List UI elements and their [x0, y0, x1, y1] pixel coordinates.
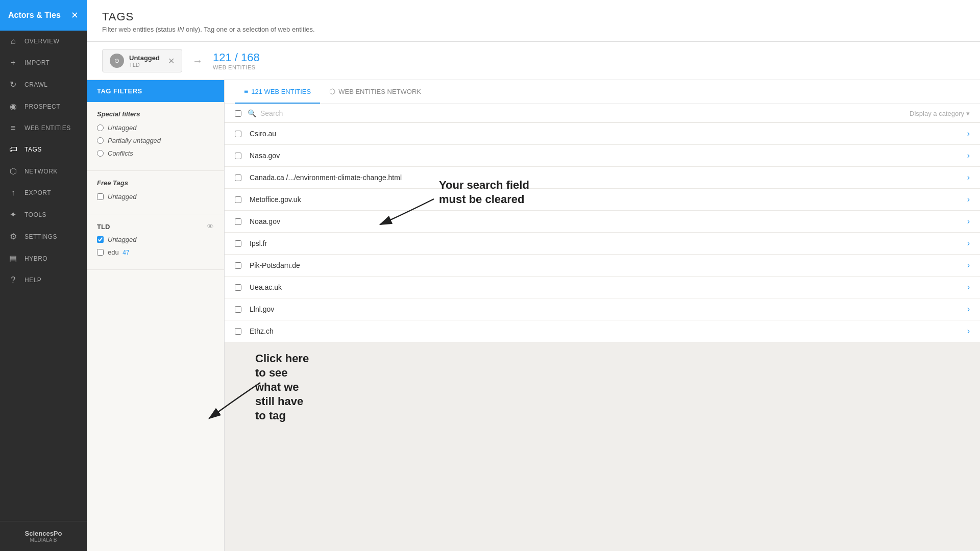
page-header: TAGS Filter web entities (status IN only…: [87, 0, 980, 42]
filter-tag-close-button[interactable]: ✕: [168, 56, 175, 66]
list-icon: ≡: [8, 123, 18, 133]
radio-partially-untagged[interactable]: Partially untagged: [97, 137, 214, 144]
radio-untagged-input[interactable]: [97, 124, 104, 131]
entity-row[interactable]: Csiro.au ›: [225, 123, 980, 145]
entity-row[interactable]: Metoffice.gov.uk ›: [225, 189, 980, 211]
entity-checkbox-7[interactable]: [235, 262, 241, 269]
network-icon: ⬡: [8, 166, 18, 176]
entity-checkbox-1[interactable]: [235, 131, 241, 137]
sidebar-item-tags[interactable]: 🏷 TAGS: [0, 139, 87, 160]
entity-chevron-2[interactable]: ›: [967, 151, 970, 160]
sidebar-item-tags-label: TAGS: [24, 146, 42, 153]
settings-icon: ⚙: [8, 232, 18, 241]
radio-conflicts-input[interactable]: [97, 150, 104, 157]
entity-name-8: Uea.ac.uk: [250, 283, 967, 291]
entity-row[interactable]: Canada.ca /.../environment-climate-chang…: [225, 167, 980, 189]
sidebar-item-tools[interactable]: ✦ TOOLS: [0, 204, 87, 226]
entity-chevron-9[interactable]: ›: [967, 305, 970, 314]
prospect-icon: ◉: [8, 102, 18, 111]
entity-chevron-7[interactable]: ›: [967, 261, 970, 270]
search-magnifier-icon: 🔍: [248, 109, 256, 117]
entity-row[interactable]: Noaa.gov ›: [225, 211, 980, 233]
filter-count-number: 121 / 168: [213, 51, 260, 64]
radio-partially-label: Partially untagged: [108, 137, 161, 144]
home-icon: ⌂: [8, 37, 18, 46]
entity-row[interactable]: Uea.ac.uk ›: [225, 277, 980, 298]
sidebar-item-tools-label: TOOLS: [24, 211, 46, 218]
tab-list-icon: ≡: [244, 87, 248, 95]
sidebar-item-web-entities[interactable]: ≡ WEB ENTITIES: [0, 117, 87, 139]
sidebar-item-export[interactable]: ↑ EXPORT: [0, 182, 87, 204]
free-tags-section: Free Tags Untagged: [87, 171, 224, 214]
tab-web-entities-label: 121 WEB ENTITIES: [251, 88, 311, 95]
filter-tag-icon: ⊙: [110, 54, 124, 68]
entity-chevron-3[interactable]: ›: [967, 173, 970, 182]
sidebar-item-network-label: NETWORK: [24, 168, 58, 175]
close-sidebar-button[interactable]: ✕: [71, 11, 79, 20]
entity-chevron-6[interactable]: ›: [967, 239, 970, 248]
sidebar-item-settings[interactable]: ⚙ SETTINGS: [0, 226, 87, 247]
entity-name-4: Metoffice.gov.uk: [250, 195, 967, 204]
sidebar-item-hybro[interactable]: ▤ HYBRO: [0, 247, 87, 269]
entity-row[interactable]: Ethz.ch ›: [225, 320, 980, 342]
tld-untagged-checkbox[interactable]: [97, 236, 104, 243]
entity-checkbox-3[interactable]: [235, 174, 241, 181]
tld-edu-item[interactable]: edu 47: [97, 248, 214, 256]
free-tag-untagged-label: Untagged: [108, 193, 136, 201]
tab-network[interactable]: ⬡ WEB ENTITIES NETWORK: [320, 80, 430, 104]
entity-checkbox-9[interactable]: [235, 306, 241, 313]
tld-untagged-label: Untagged: [108, 236, 136, 243]
entity-checkbox-8[interactable]: [235, 284, 241, 291]
entity-row[interactable]: Ipsl.fr ›: [225, 233, 980, 255]
entity-checkbox-10[interactable]: [235, 328, 241, 335]
entity-chevron-1[interactable]: ›: [967, 129, 970, 138]
free-tag-untagged-checkbox[interactable]: [97, 193, 104, 200]
entity-chevron-4[interactable]: ›: [967, 195, 970, 204]
radio-conflicts[interactable]: Conflicts: [97, 149, 214, 157]
page-title: TAGS: [102, 10, 965, 23]
radio-partially-input[interactable]: [97, 137, 104, 144]
entity-chevron-10[interactable]: ›: [967, 327, 970, 336]
tld-untagged-item[interactable]: Untagged: [97, 236, 214, 243]
tld-edu-checkbox[interactable]: [97, 249, 104, 256]
tab-web-entities[interactable]: ≡ 121 WEB ENTITIES: [235, 80, 320, 104]
filter-tag-info: Untagged TLD: [129, 54, 160, 68]
free-tag-untagged[interactable]: Untagged: [97, 193, 214, 201]
sidebar-item-crawl[interactable]: ↻ CRAWL: [0, 73, 87, 95]
sidebar-item-prospect[interactable]: ◉ PROSPECT: [0, 95, 87, 117]
entity-row[interactable]: Nasa.gov ›: [225, 145, 980, 167]
tld-section: TLD 👁 Untagged edu 47: [87, 214, 224, 270]
display-category-chevron-icon: ▾: [966, 110, 970, 117]
brand-sub: MÉDIALA B: [8, 537, 79, 543]
filter-bar: ⊙ Untagged TLD ✕ → 121 / 168 WEB ENTITIE…: [87, 42, 980, 80]
entity-row[interactable]: Pik-Potsdam.de ›: [225, 255, 980, 277]
select-all-checkbox[interactable]: [235, 110, 241, 117]
sidebar-item-settings-label: SETTINGS: [24, 233, 57, 240]
entity-name-9: Llnl.gov: [250, 305, 967, 313]
sidebar-item-network[interactable]: ⬡ NETWORK: [0, 160, 87, 182]
entity-checkbox-4[interactable]: [235, 196, 241, 203]
sidebar-item-overview[interactable]: ⌂ OVERVIEW: [0, 31, 87, 52]
entity-checkbox-5[interactable]: [235, 218, 241, 225]
entity-name-5: Noaa.gov: [250, 217, 967, 226]
entity-chevron-5[interactable]: ›: [967, 217, 970, 226]
tld-eye-icon[interactable]: 👁: [207, 222, 214, 231]
search-input[interactable]: [260, 109, 910, 117]
sidebar-item-import[interactable]: + IMPORT: [0, 52, 87, 73]
hybro-icon: ▤: [8, 254, 18, 263]
entity-chevron-8[interactable]: ›: [967, 283, 970, 292]
entity-name-1: Csiro.au: [250, 130, 967, 138]
main-content: TAGS Filter web entities (status IN only…: [87, 0, 980, 551]
radio-untagged[interactable]: Untagged: [97, 124, 214, 132]
help-icon: ?: [8, 276, 18, 285]
entity-row[interactable]: Llnl.gov ›: [225, 298, 980, 320]
entity-name-3: Canada.ca /.../environment-climate-chang…: [250, 173, 967, 182]
sidebar-item-help[interactable]: ? HELP: [0, 269, 87, 291]
display-category-button[interactable]: Display a category ▾: [910, 110, 970, 117]
plus-icon: +: [8, 58, 18, 67]
panel-header-label: TAG FILTERS: [87, 80, 224, 102]
sidebar: Actors & Ties ✕ ⌂ OVERVIEW + IMPORT ↻ CR…: [0, 0, 87, 551]
entity-checkbox-2[interactable]: [235, 153, 241, 159]
search-bar: 🔍 Display a category ▾: [225, 104, 980, 123]
entity-checkbox-6[interactable]: [235, 240, 241, 247]
